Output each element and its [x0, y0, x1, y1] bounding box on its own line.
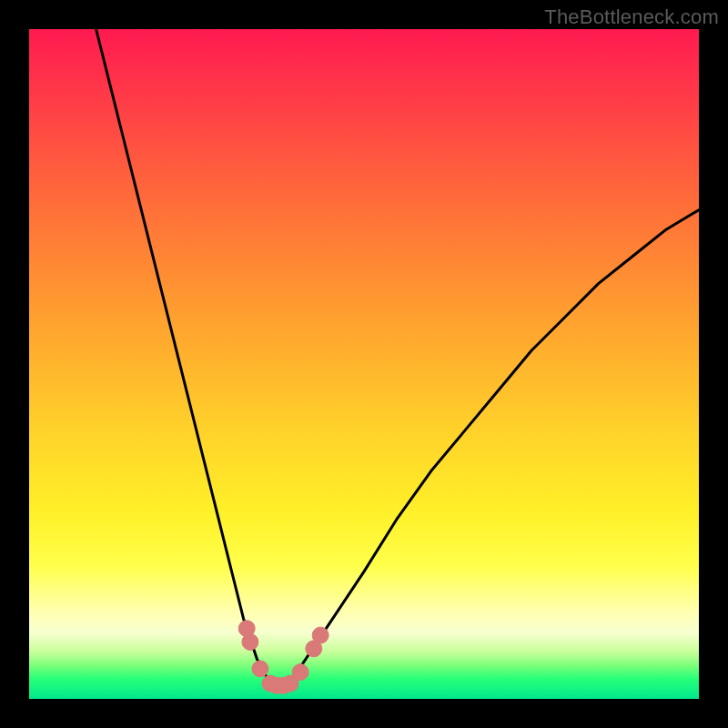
- curve-marker: [242, 633, 258, 650]
- chart-svg: [29, 29, 699, 699]
- chart-plot-area: [29, 29, 699, 699]
- bottleneck-curve: [96, 29, 699, 685]
- curve-marker: [312, 627, 329, 643]
- curve-marker: [252, 661, 268, 677]
- watermark-text: TheBottleneck.com: [544, 5, 719, 29]
- chart-frame: TheBottleneck.com: [0, 0, 728, 728]
- curve-marker: [292, 664, 308, 681]
- curve-markers: [238, 621, 329, 694]
